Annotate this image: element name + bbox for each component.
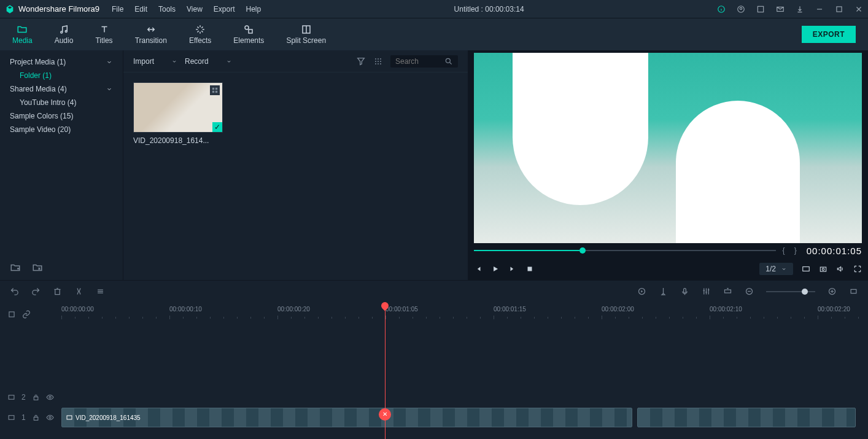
user-icon[interactable] [737, 5, 745, 14]
video-track-icon [7, 393, 15, 402]
voiceover-icon[interactable] [680, 287, 689, 296]
document-title: Untitled : 00:00:03:14 [261, 5, 717, 14]
zoom-slider[interactable] [766, 291, 815, 292]
timeline-ruler[interactable]: 00:00:00:0000:00:00:1000:00:00:2000:00:0… [61, 302, 868, 327]
check-icon: ✓ [212, 122, 222, 132]
tree-sample-video[interactable]: Sample Video (20) [0, 123, 123, 136]
menu-help[interactable]: Help [246, 5, 262, 14]
zoom-fit-icon[interactable] [849, 287, 858, 296]
chevron-down-icon [171, 58, 177, 64]
sidebar-footer [0, 256, 123, 279]
zoom-out-icon[interactable] [745, 287, 754, 296]
svg-point-17 [380, 63, 381, 64]
tab-split-screen[interactable]: Split Screen [286, 24, 326, 45]
close-icon[interactable] [854, 5, 863, 14]
svg-point-13 [378, 61, 379, 62]
preview-slider[interactable]: { } 00:00:01:05 [474, 243, 862, 258]
svg-rect-23 [528, 267, 532, 271]
media-panel: Import Record ✓ VID_20200918_1614... [123, 50, 468, 280]
lock-icon[interactable] [32, 413, 40, 422]
media-item[interactable]: ✓ VID_20200918_1614... [133, 82, 223, 145]
stop-icon[interactable] [525, 265, 534, 273]
app-name: Wondershare Filmora9 [18, 4, 99, 14]
maximize-icon[interactable] [835, 5, 843, 14]
tree-project-media[interactable]: Project Media (1) [0, 55, 123, 69]
svg-rect-38 [34, 417, 38, 420]
track-body-video2[interactable] [61, 388, 868, 406]
fullscreen-icon[interactable] [853, 265, 862, 273]
link-icon[interactable] [22, 310, 31, 319]
search-box[interactable] [390, 55, 458, 68]
tab-effects[interactable]: Effects [189, 24, 211, 45]
delete-icon[interactable] [53, 287, 62, 296]
svg-rect-40 [67, 416, 72, 419]
mail-icon[interactable] [776, 5, 785, 14]
filter-icon[interactable] [356, 56, 366, 66]
tool-tabs-bar: Media Audio Titles Transition Effects El… [0, 18, 868, 50]
redo-icon[interactable] [31, 287, 41, 296]
search-icon[interactable] [444, 57, 453, 66]
snapshot-icon[interactable] [819, 265, 827, 273]
svg-rect-5 [837, 6, 842, 11]
mark-brackets[interactable]: { } [782, 246, 800, 255]
folder-icon [17, 24, 28, 35]
tree-shared-media[interactable]: Shared Media (4) [0, 82, 123, 96]
menu-file[interactable]: File [112, 5, 123, 14]
snap-icon[interactable] [7, 310, 16, 319]
tab-elements[interactable]: Elements [233, 24, 264, 45]
mixer-icon[interactable] [702, 287, 711, 296]
menu-export[interactable]: Export [214, 5, 235, 14]
play-icon[interactable] [491, 265, 500, 273]
info-icon[interactable] [717, 5, 726, 14]
quality-icon[interactable] [802, 265, 810, 273]
eye-icon[interactable] [46, 413, 54, 422]
import-dropdown[interactable]: Import [133, 57, 177, 66]
grid-icon[interactable] [373, 56, 383, 66]
track-body-video1[interactable]: VID_20200918_161435 [61, 406, 868, 429]
playback-speed-select[interactable]: 1/2 [759, 263, 793, 275]
timeline-playhead[interactable] [385, 302, 386, 439]
undo-icon[interactable] [10, 287, 19, 296]
media-thumbnail[interactable]: ✓ [133, 82, 223, 133]
svg-rect-3 [758, 6, 763, 12]
save-icon[interactable] [756, 5, 765, 14]
split-icon[interactable] [74, 287, 83, 296]
download-icon[interactable] [796, 5, 804, 14]
eye-icon[interactable] [46, 393, 54, 402]
tree-youtube-intro[interactable]: YouTube Intro (4) [0, 96, 123, 109]
minimize-icon[interactable] [815, 5, 824, 14]
slider-track[interactable] [474, 250, 776, 251]
lock-icon[interactable] [32, 393, 40, 402]
media-item-name: VID_20200918_1614... [133, 136, 223, 145]
delete-folder-icon[interactable] [32, 262, 43, 273]
new-folder-icon[interactable] [10, 262, 21, 273]
prev-frame-icon[interactable] [474, 265, 482, 273]
tab-media[interactable]: Media [12, 24, 33, 45]
timeline-toolbar [0, 280, 868, 302]
slider-thumb[interactable] [579, 247, 586, 254]
add-track-icon[interactable] [723, 287, 732, 296]
preview-canvas[interactable] [474, 53, 862, 243]
tree-sample-colors[interactable]: Sample Colors (15) [0, 109, 123, 123]
transition-icon [145, 24, 157, 35]
export-button[interactable]: EXPORT [802, 26, 856, 43]
render-icon[interactable] [637, 287, 646, 296]
menu-tools[interactable]: Tools [158, 5, 176, 14]
tab-titles[interactable]: Titles [95, 24, 112, 45]
volume-icon[interactable] [836, 265, 845, 273]
media-grid: ✓ VID_20200918_1614... [123, 72, 468, 155]
marker-icon[interactable] [659, 287, 668, 296]
menu-edit[interactable]: Edit [134, 5, 147, 14]
tab-transition[interactable]: Transition [135, 24, 167, 45]
settings-icon[interactable] [96, 287, 105, 296]
next-frame-icon[interactable] [508, 265, 517, 273]
zoom-in-icon[interactable] [827, 287, 837, 296]
timeline-clip-2[interactable] [637, 408, 856, 427]
menu-view[interactable]: View [187, 5, 203, 14]
tab-audio[interactable]: Audio [55, 24, 74, 45]
ruler-tick-label: 00:00:00:10 [169, 306, 202, 313]
timeline-clip-1[interactable]: VID_20200918_161435 [61, 408, 632, 427]
tree-folder[interactable]: Folder (1) [0, 69, 123, 82]
search-input[interactable] [395, 57, 444, 66]
record-dropdown[interactable]: Record [185, 57, 232, 66]
